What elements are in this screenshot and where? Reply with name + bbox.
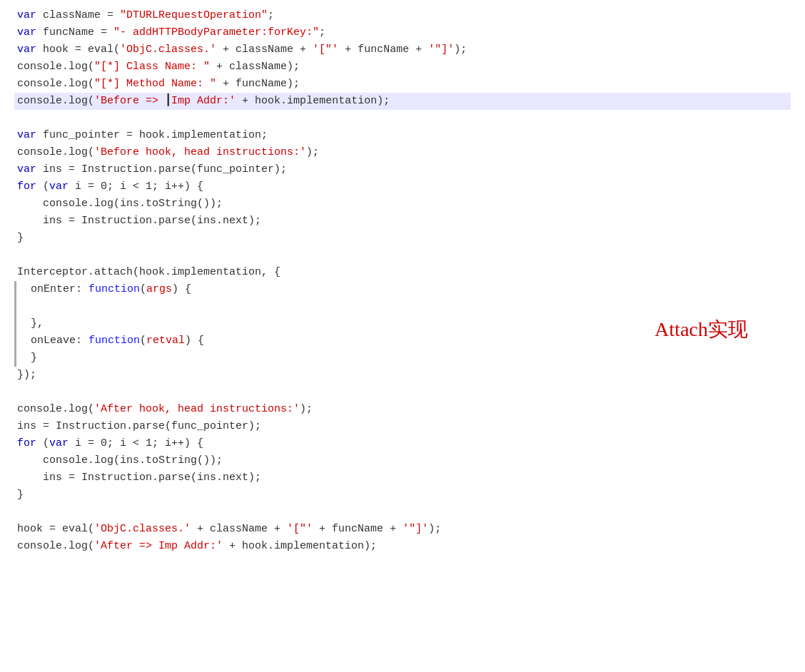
code-line-1: var className = "DTURLRequestOperation"; [14,7,791,24]
code-line-17: onEnter: function(args) { [14,281,791,298]
code-line-6: console.log('Before => ┃Imp Addr:' + hoo… [14,93,791,110]
code-container: var className = "DTURLRequestOperation";… [0,0,805,672]
code-line-23 [14,384,791,401]
code-line-2: var funcName = "- addHTTPBodyParameter:f… [14,24,791,41]
code-line-18 [14,298,791,315]
code-line-31: hook = eval('ObjC.classes.' + className … [14,521,791,538]
code-line-13: ins = Instruction.parse(ins.next); [14,213,791,230]
attach-annotation: Attach实现 [654,314,748,346]
code-line-21: } [14,350,791,367]
code-block: var className = "DTURLRequestOperation";… [0,7,805,555]
code-line-5: console.log("[*] Method Name: " + funcNa… [14,76,791,93]
code-line-12: console.log(ins.toString()); [14,195,791,213]
code-line-15 [14,247,791,264]
code-line-28: ins = Instruction.parse(ins.next); [14,469,791,487]
code-line-10: var ins = Instruction.parse(func_pointer… [14,161,791,178]
code-line-26: for (var i = 0; i < 1; i++) { [14,435,791,452]
code-line-25: ins = Instruction.parse(func_pointer); [14,418,791,435]
code-line-30 [14,504,791,521]
code-line-4: console.log("[*] Class Name: " + classNa… [14,58,791,76]
code-line-7 [14,110,791,127]
code-line-16: Interceptor.attach(hook.implementation, … [14,264,791,281]
code-line-32: console.log('After => Imp Addr:' + hook.… [14,538,791,555]
code-line-11: for (var i = 0; i < 1; i++) { [14,178,791,195]
code-line-29: } [14,487,791,504]
code-line-14: } [14,230,791,247]
code-line-27: console.log(ins.toString()); [14,452,791,469]
code-line-24: console.log('After hook, head instructio… [14,401,791,418]
code-line-3: var hook = eval('ObjC.classes.' + classN… [14,41,791,58]
code-line-8: var func_pointer = hook.implementation; [14,127,791,144]
code-line-22: }); [14,367,791,384]
code-line-9: console.log('Before hook, head instructi… [14,144,791,161]
